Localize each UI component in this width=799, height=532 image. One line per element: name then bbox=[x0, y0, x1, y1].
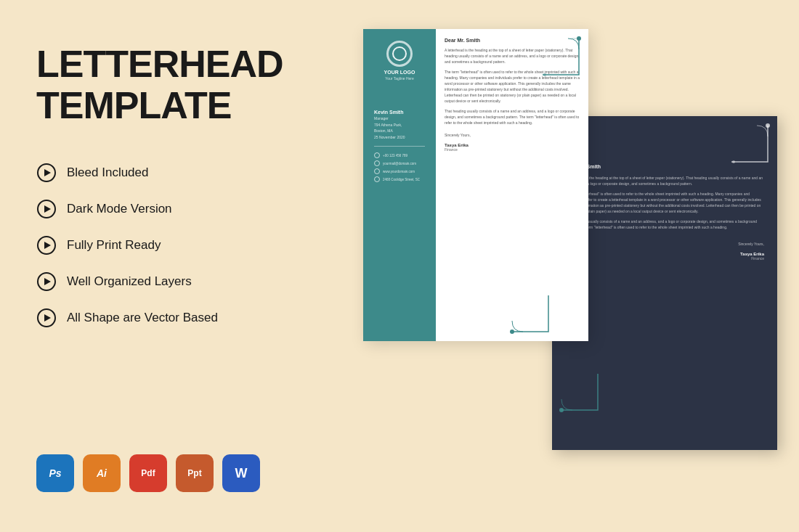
sender-address: 794 Athena Park, bbox=[374, 123, 425, 128]
contact-website: www.yourdomain.com bbox=[374, 168, 425, 174]
dark-corner-bl bbox=[558, 370, 601, 414]
contact-address2: 2468 Coolidge Street, SC bbox=[374, 176, 425, 182]
divider bbox=[374, 146, 425, 147]
corner-ornament-bl bbox=[508, 292, 552, 335]
svg-point-11 bbox=[543, 73, 546, 76]
letterhead-content: Dear Mr. Smith A letterhead is the headi… bbox=[436, 29, 588, 341]
svg-marker-3 bbox=[44, 205, 51, 213]
logo-circle bbox=[386, 41, 413, 67]
sender-name: Kevin Smith bbox=[374, 110, 425, 115]
web-icon bbox=[374, 168, 380, 174]
feature-dark-mode: Dark Mode Version bbox=[36, 199, 269, 219]
illustrator-icon: Ai bbox=[83, 454, 121, 492]
logo-text: YOUR LOGO bbox=[384, 70, 415, 75]
svg-point-12 bbox=[510, 330, 514, 334]
play-circle-icon-4 bbox=[36, 271, 57, 292]
sender-date: 25 November 2020 bbox=[374, 135, 425, 141]
location-icon bbox=[374, 176, 380, 182]
play-circle-icon-2 bbox=[36, 199, 57, 219]
svg-point-14 bbox=[732, 160, 735, 163]
dark-body-2: The term "letterhead" is often used to r… bbox=[565, 191, 764, 214]
feature-layers: Well Organized Layers bbox=[36, 271, 269, 292]
feature-vector: All Shape are Vector Based bbox=[36, 308, 269, 328]
email-icon bbox=[374, 160, 380, 166]
sign-line: Sincerely Yours, bbox=[445, 133, 580, 137]
svg-marker-1 bbox=[44, 169, 51, 176]
dark-sign-title: Finance bbox=[565, 256, 764, 261]
sender-title: Manager bbox=[374, 116, 425, 122]
corner-ornament-tr bbox=[539, 35, 583, 78]
dark-corner-tr bbox=[728, 122, 771, 165]
svg-point-13 bbox=[766, 123, 770, 128]
phone-icon bbox=[374, 152, 380, 158]
sign-title: Finance bbox=[445, 147, 580, 152]
right-panel: YOUR LOGO Your Tagline Here Kevin Smith … bbox=[305, 0, 799, 532]
play-circle-icon-5 bbox=[36, 308, 57, 328]
svg-point-15 bbox=[559, 408, 564, 412]
software-icons: Ps Ai Pdf Ppt W bbox=[36, 454, 260, 492]
play-circle-icon bbox=[36, 163, 57, 183]
body-paragraph-3: That heading usually consists of a name … bbox=[445, 108, 580, 126]
contact-email: yourmail@domain.com bbox=[374, 160, 425, 166]
dark-body-3: That heading usually consists of a name … bbox=[565, 218, 764, 230]
logo-inner bbox=[392, 46, 407, 61]
left-panel: LETTERHEAD TEMPLATE Bleed Included Dark … bbox=[0, 0, 305, 532]
acrobat-icon: Pdf bbox=[129, 454, 167, 492]
sender-info: Kevin Smith Manager 794 Athena Park, Bos… bbox=[374, 110, 425, 184]
feature-bleed: Bleed Included bbox=[36, 163, 269, 183]
contact-phone: +00 123 456 789 bbox=[374, 152, 425, 158]
letterhead-light: YOUR LOGO Your Tagline Here Kevin Smith … bbox=[363, 29, 588, 341]
title-line2: TEMPLATE bbox=[36, 85, 269, 126]
title-block: LETTERHEAD TEMPLATE bbox=[36, 44, 269, 126]
svg-marker-5 bbox=[44, 242, 51, 249]
dark-sign: Sincerely Yours, bbox=[565, 242, 764, 246]
svg-marker-9 bbox=[44, 314, 51, 322]
title-line1: LETTERHEAD bbox=[36, 44, 269, 85]
letterhead-sidebar: YOUR LOGO Your Tagline Here Kevin Smith … bbox=[363, 29, 436, 341]
word-icon: W bbox=[222, 454, 260, 492]
feature-print: Fully Print Ready bbox=[36, 235, 269, 255]
dark-body-1: A letterhead is the heading at the top o… bbox=[565, 175, 764, 187]
svg-marker-7 bbox=[44, 278, 51, 285]
logo-tagline: Your Tagline Here bbox=[385, 76, 413, 81]
play-circle-icon-3 bbox=[36, 235, 57, 255]
sender-city: Boston, MA bbox=[374, 128, 425, 134]
powerpoint-icon: Ppt bbox=[176, 454, 214, 492]
features-list: Bleed Included Dark Mode Version Fully P… bbox=[36, 163, 269, 328]
photoshop-icon: Ps bbox=[36, 454, 74, 492]
